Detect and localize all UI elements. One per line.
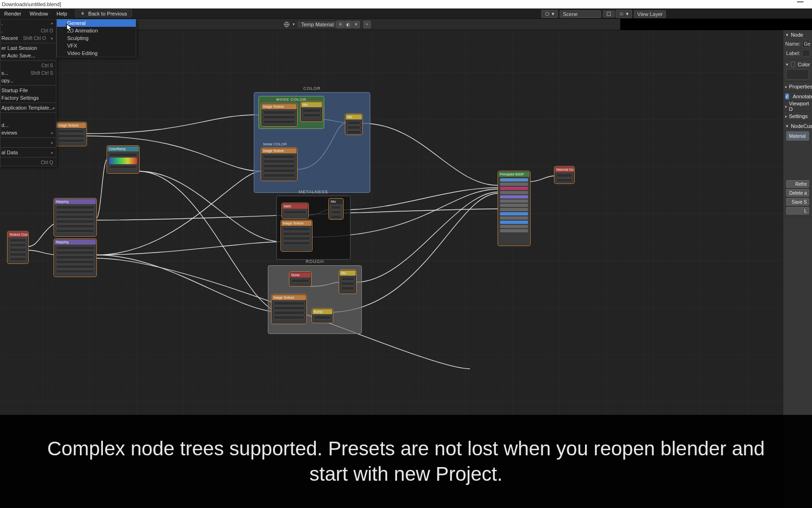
node-header: Mix bbox=[346, 114, 362, 119]
file-previews[interactable]: eviews bbox=[0, 129, 56, 136]
panel-properties-header[interactable]: ▸Properties bbox=[785, 83, 810, 90]
node-metal-imgtex[interactable]: Image Texture bbox=[261, 148, 297, 181]
node-header: ColorRamp bbox=[108, 146, 139, 151]
menu-window[interactable]: Window bbox=[25, 8, 52, 18]
frame-title: Moss COLOR bbox=[259, 97, 324, 102]
node-rough-a[interactable]: Noise bbox=[289, 272, 311, 286]
nodecustom-save-button[interactable]: Save S bbox=[786, 198, 809, 206]
viewlayer-icon[interactable]: ▾ bbox=[616, 10, 632, 18]
node-material-output[interactable]: Material Output bbox=[554, 167, 574, 183]
nodecustom-refresh-button[interactable]: Refre bbox=[786, 180, 809, 188]
file-save-copy[interactable]: opy... bbox=[0, 77, 56, 84]
submenu-sculpting[interactable]: Sculpting bbox=[57, 34, 136, 42]
submenu-vfx[interactable]: VFX bbox=[57, 42, 136, 49]
node-mapping-2[interactable]: Mapping bbox=[54, 239, 96, 277]
node-moss-imgtex[interactable]: Image Texture bbox=[261, 103, 297, 126]
frame-title: METALNESS bbox=[277, 190, 350, 194]
panel-node-header[interactable]: ▼Node bbox=[785, 31, 810, 39]
file-open-recent[interactable]: RecentShift Ctrl O bbox=[0, 34, 56, 42]
main-menubar: Render Window Help Back to Previous bbox=[0, 8, 812, 19]
viewlayer-field[interactable]: View Layer bbox=[634, 10, 666, 18]
minimize-icon[interactable] bbox=[797, 1, 804, 2]
node-color-swatch[interactable] bbox=[786, 69, 809, 79]
file-recover-session[interactable]: er Last Session bbox=[0, 44, 56, 52]
unlink-button[interactable]: ✕ bbox=[352, 21, 360, 28]
render-engine-icon[interactable]: ▾ bbox=[541, 10, 558, 18]
file-append[interactable]: d... bbox=[0, 121, 56, 129]
file-load-factory[interactable]: Factory Settings bbox=[0, 94, 56, 102]
scene-field[interactable]: Scene bbox=[560, 10, 601, 18]
video-caption: Complex node trees supported. Presets ar… bbox=[0, 415, 812, 508]
node-moss-mix[interactable]: Mix bbox=[301, 102, 322, 121]
node-label-field[interactable]: Label: bbox=[785, 49, 810, 57]
node-mapping-1[interactable]: Mapping bbox=[54, 198, 96, 236]
scene-new-button[interactable] bbox=[603, 10, 615, 17]
node-colorramp[interactable]: ColorRamp bbox=[107, 146, 139, 173]
node-color-mix[interactable]: Mix bbox=[345, 114, 362, 135]
file-open[interactable]: .Ctrl O bbox=[0, 27, 56, 34]
frame-title: COLOR bbox=[254, 86, 370, 91]
file-new[interactable]: . bbox=[0, 19, 56, 27]
material-dropdown-icon: ▾ bbox=[293, 22, 295, 26]
node-rough-mix[interactable]: Mix bbox=[339, 270, 356, 294]
file-recover-autosave[interactable]: er Auto Save... bbox=[0, 52, 56, 59]
node-header: Material Output bbox=[555, 167, 574, 172]
file-save[interactable]: Ctrl S bbox=[0, 62, 56, 69]
color-checkbox[interactable] bbox=[791, 62, 795, 67]
annotate-checkbox[interactable]: ✓ bbox=[785, 94, 789, 99]
panel-color-header[interactable]: ▼Color bbox=[785, 61, 810, 68]
node-rough-bump[interactable]: Bump bbox=[312, 309, 333, 323]
material-name[interactable]: Temp Material bbox=[297, 21, 337, 28]
node-metalness-a[interactable]: Math bbox=[282, 203, 308, 218]
file-app-template[interactable]: Application Template... bbox=[0, 104, 56, 111]
panel-viewport-header[interactable]: ▸Viewport D bbox=[785, 103, 810, 110]
node-header: Principled BSDF bbox=[499, 172, 530, 177]
new-button[interactable]: ✧ bbox=[363, 21, 371, 28]
node-header: Math bbox=[282, 204, 308, 209]
file-save-as[interactable]: s...Shift Ctrl S bbox=[0, 69, 56, 77]
node-metalness-imgtex[interactable]: Image Texture bbox=[281, 220, 312, 251]
node-header: Mix bbox=[329, 199, 343, 204]
file-import[interactable] bbox=[0, 139, 56, 146]
viewlayer-block: ▾ View Layer bbox=[616, 10, 666, 18]
window-titlebar: Downloads\untitled.blend] bbox=[0, 0, 812, 8]
back-to-previous-button[interactable]: Back to Previous bbox=[75, 9, 133, 17]
colorramp-gradient[interactable] bbox=[109, 158, 137, 164]
node-header: Mix bbox=[340, 270, 356, 276]
node-header: Bump bbox=[312, 309, 332, 314]
title-path: Downloads\untitled.blend] bbox=[2, 1, 61, 7]
menu-help[interactable]: Help bbox=[52, 8, 71, 18]
node-principled-bsdf[interactable]: Principled BSDF bbox=[498, 171, 530, 246]
panel-annotate-header[interactable]: ✓Annotate bbox=[785, 93, 810, 100]
node-header: Mapping bbox=[55, 199, 96, 204]
node-image-texture-1[interactable]: Image Texture bbox=[56, 122, 86, 146]
caption-text: Complex node trees supported. Presets ar… bbox=[28, 436, 784, 487]
nodecustom-delete-button[interactable]: Delete a bbox=[786, 189, 809, 197]
panel-nodecustom-header[interactable]: ▼NodeCusto bbox=[785, 122, 810, 130]
node-texture-coordinate[interactable]: Texture Coord bbox=[8, 231, 28, 263]
node-rough-imgtex[interactable]: Image Texture bbox=[272, 294, 306, 324]
node-metalness-mix[interactable]: Mix bbox=[329, 198, 343, 219]
file-save-startup[interactable]: Startup File bbox=[0, 87, 56, 94]
file-quit[interactable]: Ctrl Q bbox=[0, 159, 56, 166]
nodecustom-material-chip[interactable]: Material bbox=[786, 131, 809, 141]
node-header: Noise bbox=[290, 272, 311, 278]
pin-button[interactable]: ⎘ bbox=[336, 21, 344, 28]
node-header: Image Texture bbox=[262, 104, 297, 109]
nodecustom-load-button[interactable]: L bbox=[786, 207, 809, 214]
frame-title: ROUGH bbox=[268, 259, 361, 264]
submenu-video-editing[interactable]: Video Editing bbox=[57, 49, 136, 57]
viewlayer-label: View Layer bbox=[637, 11, 663, 17]
menu-render[interactable]: Render bbox=[0, 8, 25, 18]
file-menu-dropdown[interactable]: . .Ctrl O RecentShift Ctrl O er Last Ses… bbox=[0, 19, 56, 167]
file-external-data[interactable]: al Data bbox=[0, 149, 56, 156]
fake-user-button[interactable]: ◐ bbox=[344, 21, 352, 28]
material-selector[interactable]: ▾ Temp Material bbox=[283, 21, 337, 28]
node-header: Texture Coord bbox=[8, 232, 28, 237]
file-link[interactable] bbox=[0, 114, 56, 121]
panel-settings-header[interactable]: ▸Settings bbox=[785, 112, 810, 120]
material-icon bbox=[283, 21, 290, 28]
node-name-field[interactable]: Name:Ge bbox=[785, 40, 810, 48]
scene-label: Scene bbox=[563, 11, 578, 17]
node-header: Image Texture bbox=[262, 148, 297, 153]
